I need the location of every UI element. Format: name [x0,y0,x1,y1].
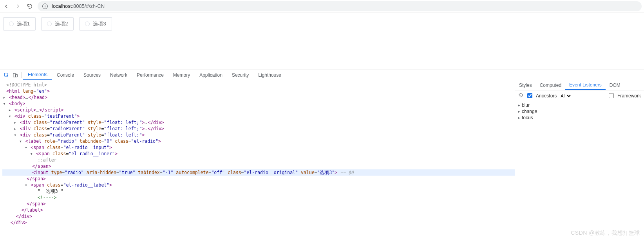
tab-memory[interactable]: Memory [168,70,195,80]
refresh-icon[interactable] [518,93,523,99]
dom-radioparent-1[interactable]: ▸ <div class="radioParent" style="float:… [2,119,515,126]
dom-span-inner-close[interactable]: </span> [2,163,515,169]
tab-security[interactable]: Security [227,70,253,80]
dom-doctype[interactable]: <!DOCTYPE html> [2,82,515,88]
dom-after-pseudo[interactable]: ::after [2,157,515,163]
dom-label-open[interactable]: ▾ <label role="radio" tabindex="0" class… [2,138,515,144]
elements-tree[interactable]: <!DOCTYPE html> <html lang="en"> ▸ <head… [0,80,515,230]
dom-testparent-open[interactable]: ▾ <div class="testParent"> [2,113,515,119]
sidetab-computed[interactable]: Computed [536,80,565,90]
event-item-focus[interactable]: ▸focus [518,115,641,121]
browser-toolbar: i localhost:8085/#/zh-CN [0,0,644,13]
radio-option-1[interactable]: 选项1 [3,17,36,31]
devtools-sidebar: Styles Computed Event Listeners DOM Ance… [515,80,644,230]
radio-icon [85,22,90,26]
sidetab-event-listeners[interactable]: Event Listeners [565,80,606,90]
devtools-panel: Elements Console Sources Network Perform… [0,70,644,230]
dom-testparent-close[interactable]: </div> [2,219,515,226]
site-info-icon[interactable]: i [42,4,48,9]
ancestors-checkbox[interactable] [527,93,532,98]
dom-label-close[interactable]: </label> [2,207,515,213]
tab-network[interactable]: Network [105,70,132,80]
sidebar-tabbar: Styles Computed Event Listeners DOM [515,80,644,90]
event-item-change[interactable]: ▸change [518,108,641,115]
tab-performance[interactable]: Performance [132,70,168,80]
dom-radioparent-2[interactable]: ▸ <div class="radioParent" style="float:… [2,126,515,132]
tab-elements[interactable]: Elements [23,70,52,80]
radio-option-2[interactable]: 选项2 [41,17,74,31]
svg-rect-2 [16,74,18,77]
device-toggle-icon[interactable] [11,71,20,79]
filter-select[interactable]: All [559,93,572,99]
dom-span-label-open[interactable]: ▾ <span class="el-radio__label"> [2,182,515,188]
dom-body-open[interactable]: ▾ <body> [2,101,515,107]
dom-span-inner-open[interactable]: ▾ <span class="el-radio__inner"> [2,151,515,157]
dom-radioparent-3-open[interactable]: ▾ <div class="radioParent" style="float:… [2,132,515,138]
url-text: localhost:8085/#/zh-CN [52,3,105,9]
radio-label: 选项2 [55,20,68,27]
radio-option-3[interactable]: 选项3 [79,17,112,31]
sidetab-dom[interactable]: DOM [606,80,624,90]
dom-head[interactable]: ▸ <head>…</head> [2,94,515,101]
forward-button[interactable] [14,2,22,10]
dom-script[interactable]: ▸ <script>…</script> [2,107,515,113]
tab-sources[interactable]: Sources [79,70,105,80]
radio-icon [9,22,14,26]
dom-radioparent-3-close[interactable]: </div> [2,213,515,219]
dom-span-input-close[interactable]: </span> [2,176,515,182]
dom-comment[interactable]: <!----> [2,194,515,201]
dom-span-input-open[interactable]: ▾ <span class="el-radio__input"> [2,144,515,151]
dom-label-text[interactable]: " 选项3 " [2,188,515,194]
ancestors-label: Ancestors [536,93,557,99]
tab-console[interactable]: Console [52,70,79,80]
tab-lighthouse[interactable]: Lighthouse [253,70,286,80]
page-content: 选项1 选项2 选项3 [0,13,644,70]
event-item-blur[interactable]: ▸blur [518,102,641,108]
address-bar[interactable]: i localhost:8085/#/zh-CN [38,1,642,11]
framework-label: Framework [617,93,641,99]
dom-input-selected[interactable]: <input type="radio" aria-hidden="true" t… [2,169,515,176]
radio-icon [47,22,52,26]
framework-checkbox[interactable] [609,93,614,98]
dom-span-label-close[interactable]: </span> [2,201,515,207]
devtools-tabbar: Elements Console Sources Network Perform… [0,70,644,80]
tab-application[interactable]: Application [195,70,227,80]
dom-html-open[interactable]: <html lang="en"> [2,88,515,94]
back-button[interactable] [2,2,10,10]
sidetab-styles[interactable]: Styles [515,80,536,90]
reload-button[interactable] [26,2,34,10]
radio-label: 选项3 [93,20,106,27]
radio-label: 选项1 [17,20,30,27]
separator [21,72,22,78]
inspect-icon[interactable] [2,71,11,79]
event-listeners-toolbar: Ancestors All Framework [515,90,644,101]
event-list: ▸blur ▸change ▸focus [515,101,644,122]
